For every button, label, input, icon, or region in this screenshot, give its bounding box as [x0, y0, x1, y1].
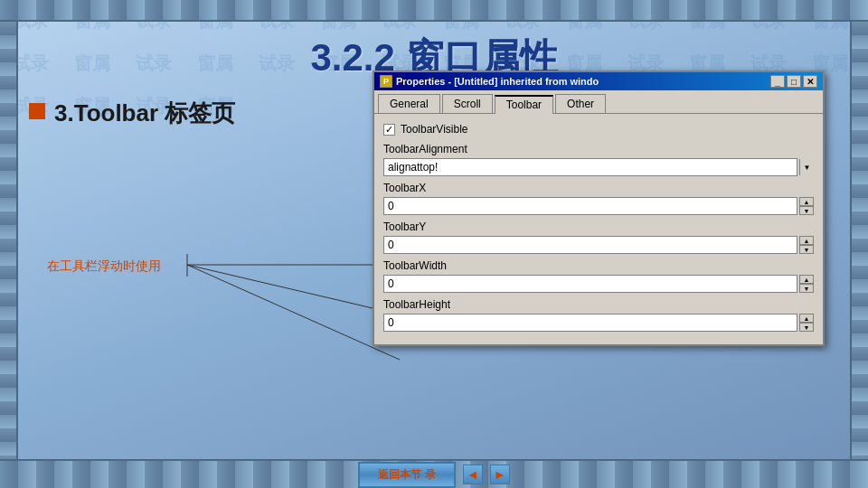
- toolbar-width-spinner: ▲ ▼: [799, 275, 814, 293]
- toolbar-width-label: ToolbarWidth: [383, 259, 814, 272]
- toolbar-height-input[interactable]: [383, 314, 797, 332]
- toolbar-width-up[interactable]: ▲: [799, 275, 814, 284]
- toolbar-alignment-label: ToolbarAlignment: [383, 143, 814, 155]
- toolbar-height-down[interactable]: ▼: [799, 323, 814, 332]
- annotation-text: 在工具栏浮动时使用: [47, 258, 161, 275]
- border-bottom: 返回本节 录 ◄ ►: [0, 459, 868, 488]
- tab-bar: General Scroll Toolbar Other: [374, 90, 823, 113]
- toolbar-x-spinner: ▲ ▼: [799, 197, 814, 215]
- close-button[interactable]: ✕: [803, 75, 817, 88]
- toolbar-width-down[interactable]: ▼: [799, 284, 814, 293]
- dialog-title: Properties - [Untitled] inherited from w…: [396, 76, 599, 87]
- maximize-button[interactable]: □: [787, 75, 801, 88]
- toolbar-height-row: ▲ ▼: [383, 314, 814, 332]
- toolbar-y-row: ▲ ▼: [383, 236, 814, 254]
- bullet-icon: [29, 103, 45, 119]
- toolbar-y-down[interactable]: ▼: [799, 245, 814, 254]
- svg-line-1: [187, 265, 400, 314]
- tab-general[interactable]: General: [378, 94, 440, 113]
- toolbar-width-input[interactable]: [383, 275, 797, 293]
- toolbar-x-label: ToolbarX: [383, 182, 814, 194]
- toolbar-width-row: ▲ ▼: [383, 275, 814, 293]
- toolbar-visible-label: ToolbarVisible: [401, 123, 468, 136]
- toolbar-alignment-dropdown[interactable]: alignattop!: [383, 158, 797, 176]
- toolbar-height-up[interactable]: ▲: [799, 314, 814, 323]
- tab-other[interactable]: Other: [555, 94, 606, 113]
- dropdown-arrow-icon[interactable]: ▼: [799, 159, 814, 175]
- tab-toolbar[interactable]: Toolbar: [495, 95, 553, 114]
- dialog-titlebar: P Properties - [Untitled] inherited from…: [374, 72, 823, 90]
- toolbar-x-input[interactable]: [383, 197, 797, 215]
- bullet-text: 3.Toolbar 标签页: [54, 98, 235, 129]
- border-top: [0, 0, 868, 22]
- nav-left-arrow[interactable]: ◄: [463, 465, 483, 484]
- toolbar-x-up[interactable]: ▲: [799, 197, 814, 206]
- dialog-window-controls: _ □ ✕: [770, 75, 817, 88]
- toolbar-y-up[interactable]: ▲: [799, 236, 814, 245]
- nav-return-button[interactable]: 返回本节 录: [358, 462, 455, 488]
- properties-dialog: P Properties - [Untitled] inherited from…: [373, 70, 825, 346]
- toolbar-alignment-value: alignattop!: [388, 161, 438, 174]
- toolbar-y-spinner: ▲ ▼: [799, 236, 814, 254]
- dialog-body: ✓ ToolbarVisible ToolbarAlignment aligna…: [374, 113, 823, 344]
- nav-right-arrow[interactable]: ►: [490, 465, 510, 484]
- tab-scroll[interactable]: Scroll: [442, 94, 493, 113]
- dialog-title-area: P Properties - [Untitled] inherited from…: [380, 75, 599, 88]
- toolbar-height-spinner: ▲ ▼: [799, 314, 814, 332]
- toolbar-visible-checkbox[interactable]: ✓: [383, 124, 395, 136]
- border-left: [0, 22, 18, 459]
- toolbar-x-row: ▲ ▼: [383, 197, 814, 215]
- toolbar-x-down[interactable]: ▼: [799, 206, 814, 215]
- toolbar-visible-row: ✓ ToolbarVisible: [383, 123, 814, 136]
- border-right: [850, 22, 868, 459]
- toolbar-y-label: ToolbarY: [383, 221, 814, 233]
- dialog-icon: P: [380, 75, 392, 88]
- toolbar-alignment-row: alignattop! ▼: [383, 158, 814, 176]
- toolbar-y-input[interactable]: [383, 236, 797, 254]
- minimize-button[interactable]: _: [770, 75, 785, 88]
- slide-content: 3.2.2 窗口属性 3.Toolbar 标签页 在工具栏浮动时使用 P Pro…: [20, 23, 848, 457]
- svg-line-2: [187, 265, 400, 360]
- toolbar-height-label: ToolbarHeight: [383, 298, 814, 311]
